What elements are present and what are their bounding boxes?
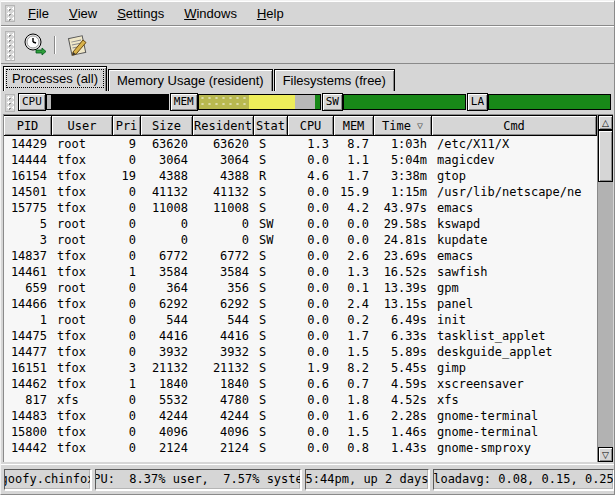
status-panel-3: loadavg: 0.08, 0.15, 0.25 — [433, 469, 614, 490]
process-row[interactable]: 659root0364356S0.00.113.39sgpm — [4, 280, 597, 296]
process-row[interactable]: 16151tfox32113221132S1.98.25.45sgimp — [4, 360, 597, 376]
cell-cpu: 0.0 — [288, 200, 334, 216]
cell-size: 3064 — [141, 152, 193, 168]
cell-mem: 1.1 — [334, 152, 374, 168]
cell-time: 1.46s — [374, 424, 432, 440]
cell-cmd: gimp — [432, 360, 597, 376]
cell-user: root — [52, 216, 113, 232]
cell-time: 29.58s — [374, 216, 432, 232]
process-row[interactable]: 1root0544544S0.00.26.49sinit — [4, 312, 597, 328]
cell-cpu: 0.0 — [288, 248, 334, 264]
process-row[interactable]: 817xfs055324780S0.01.84.52sxfs — [4, 392, 597, 408]
column-header-size[interactable]: Size — [141, 115, 193, 136]
tab-processes-all[interactable]: Processes (all) — [3, 66, 107, 91]
cell-pid: 817 — [4, 392, 52, 408]
menubar-grip-handle[interactable] — [5, 5, 15, 22]
column-header-cpu[interactable]: CPU — [288, 115, 334, 136]
cell-cpu: 0.0 — [288, 184, 334, 200]
process-row[interactable]: 15800tfox040964096S0.01.51.46sgnome-term… — [4, 424, 597, 440]
menu-help[interactable]: Help — [247, 3, 294, 24]
process-row[interactable]: 16154tfox1943884388R4.61.73:38mgtop — [4, 168, 597, 184]
column-header-pri[interactable]: Pri — [113, 115, 141, 136]
menu-view[interactable]: View — [59, 3, 107, 24]
process-row[interactable]: 14483tfox042444244S0.01.62.28sgnome-term… — [4, 408, 597, 424]
clock-run-icon[interactable] — [18, 29, 52, 61]
process-row[interactable]: 14461tfox135843584S0.01.316.52ssawfish — [4, 264, 597, 280]
cell-stat: S — [254, 424, 288, 440]
cell-stat: S — [254, 136, 288, 152]
memo-edit-icon[interactable] — [60, 29, 94, 61]
cell-pid: 14483 — [4, 408, 52, 424]
scrollbar-trough[interactable] — [598, 182, 613, 447]
cell-size: 5532 — [141, 392, 193, 408]
process-row[interactable]: 14477tfox039323932S0.01.55.89sdeskguide_… — [4, 344, 597, 360]
menu-windows[interactable]: Windows — [174, 3, 247, 24]
cell-pri: 0 — [113, 328, 141, 344]
column-header-mem[interactable]: MEM — [334, 115, 374, 136]
cell-user: tfox — [52, 168, 113, 184]
column-header-time[interactable]: Time▽ — [374, 115, 432, 136]
process-row[interactable]: 14429root96362063620S1.38.71:03h/etc/X11… — [4, 136, 597, 152]
cell-time: 16.52s — [374, 264, 432, 280]
cell-pri: 0 — [113, 424, 141, 440]
process-row[interactable]: 14466tfox062926292S0.02.413.15spanel — [4, 296, 597, 312]
cell-user: root — [52, 312, 113, 328]
process-row[interactable]: 3root000SW0.00.024.81skupdate — [4, 232, 597, 248]
menu-file[interactable]: File — [18, 3, 59, 24]
process-row[interactable]: 14475tfox044164416S0.01.76.33stasklist_a… — [4, 328, 597, 344]
meters-grip-handle[interactable] — [5, 94, 15, 112]
cell-pid: 16151 — [4, 360, 52, 376]
cell-pri: 0 — [113, 408, 141, 424]
cell-cpu: 0.0 — [288, 408, 334, 424]
cell-pri: 0 — [113, 392, 141, 408]
cell-user: tfox — [52, 440, 113, 456]
cell-stat: S — [254, 344, 288, 360]
menu-settings[interactable]: Settings — [107, 3, 174, 24]
cell-size: 21132 — [141, 360, 193, 376]
cell-time: 13.39s — [374, 280, 432, 296]
process-row[interactable]: 5root000SW0.00.029.58skswapd — [4, 216, 597, 232]
tab-memory-usage-resident[interactable]: Memory Usage (resident) — [108, 69, 273, 91]
process-row[interactable]: 14837tfox067726772S0.02.623.69semacs — [4, 248, 597, 264]
cell-pri: 9 — [113, 136, 141, 152]
column-header-cmd[interactable]: Cmd — [432, 115, 597, 136]
menu-bar-items: FileViewSettingsWindowsHelp — [18, 3, 294, 24]
process-row[interactable]: 14462tfox118401840S0.60.74.59sxscreensav… — [4, 376, 597, 392]
cell-cmd: kupdate — [432, 232, 597, 248]
cell-cpu: 0.0 — [288, 312, 334, 328]
cell-stat: S — [254, 264, 288, 280]
column-header-stat[interactable]: Stat — [254, 115, 288, 136]
cell-size: 1840 — [141, 376, 193, 392]
scroll-down-button[interactable]: ▽ — [598, 447, 613, 462]
cell-pid: 14477 — [4, 344, 52, 360]
cell-mem: 1.8 — [334, 392, 374, 408]
column-header-user[interactable]: User — [52, 115, 113, 136]
mem-meter-label: MEM — [170, 93, 198, 111]
column-header-resident[interactable]: Resident — [193, 115, 254, 136]
tab-filesystems-free[interactable]: Filesystems (free) — [274, 69, 395, 91]
cell-pid: 16154 — [4, 168, 52, 184]
process-row[interactable]: 14442tfox021242124S0.00.81.43sgnome-smpr… — [4, 440, 597, 456]
vertical-scrollbar[interactable]: △ ▽ — [597, 115, 613, 462]
cell-cpu: 1.9 — [288, 360, 334, 376]
la-meter-bar — [488, 94, 611, 110]
gtop-window: FileViewSettingsWindowsHelp — [0, 0, 615, 495]
cell-pid: 14461 — [4, 264, 52, 280]
cell-pri: 0 — [113, 232, 141, 248]
process-row[interactable]: 14444tfox030643064S0.01.15:04mmagicdev — [4, 152, 597, 168]
cell-mem: 0.1 — [334, 280, 374, 296]
scroll-up-button[interactable]: △ — [598, 115, 613, 130]
cell-mem: 8.7 — [334, 136, 374, 152]
cell-mem: 4.2 — [334, 200, 374, 216]
process-row[interactable]: 15775tfox01100811008S0.04.243.97semacs — [4, 200, 597, 216]
toolbar-grip-handle[interactable] — [5, 31, 15, 61]
cell-cpu: 0.6 — [288, 376, 334, 392]
cell-cpu: 0.0 — [288, 328, 334, 344]
column-header-pid[interactable]: PID — [4, 115, 52, 136]
scrollbar-thumb[interactable] — [598, 130, 613, 182]
process-row[interactable]: 14501tfox04113241132S0.015.91:15m/usr/li… — [4, 184, 597, 200]
cell-user: tfox — [52, 264, 113, 280]
cell-pid: 14429 — [4, 136, 52, 152]
cell-pri: 1 — [113, 376, 141, 392]
cell-resident: 4780 — [193, 392, 254, 408]
